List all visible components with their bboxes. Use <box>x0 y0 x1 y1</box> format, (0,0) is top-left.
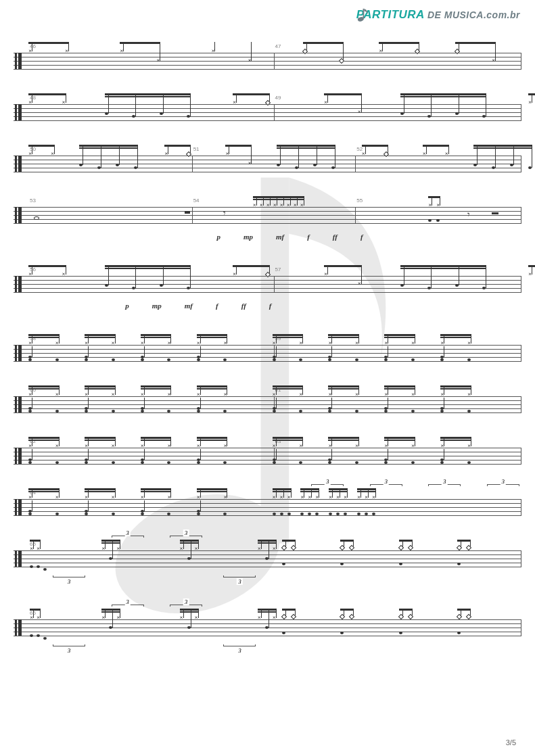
tuplet-bracket: 3 <box>170 605 202 607</box>
percussion-clef <box>15 550 22 567</box>
staff: 5657××××××pmpmfffff <box>14 264 521 296</box>
dynamics-row: pmpmfffff <box>216 233 363 241</box>
notes-area: ×××××××××××××××××××× <box>28 487 519 519</box>
notes-area: 𝄾××××××××××𝄾 <box>28 195 519 227</box>
notes-area: ×××××××× <box>28 41 519 73</box>
notes-area: ××××××××× <box>28 143 519 176</box>
tuplet-bracket: 3 <box>53 644 85 646</box>
tuplet-bracket: 3 <box>487 484 519 486</box>
staff: 64××××××××××××××××××××3333 <box>14 487 521 519</box>
tuplet-bracket: 3 <box>170 536 202 538</box>
tuplet-number: 3 <box>500 478 506 485</box>
tuplet-bracket: 3 <box>53 575 85 577</box>
staff-row: 4849×××××× <box>14 92 521 124</box>
dynamic-marking: mp <box>152 302 162 310</box>
tuplet-bracket: 3 <box>311 484 344 486</box>
percussion-clef <box>15 276 22 292</box>
brand-note-icon <box>356 7 370 22</box>
staff-row: 66××××××××3333 <box>14 607 521 640</box>
dynamic-marking: ff <box>241 302 246 310</box>
tuplet-number: 3 <box>124 598 131 605</box>
svg-rect-3 <box>363 9 364 19</box>
dynamic-marking: mf <box>276 233 284 241</box>
tuplet-number: 3 <box>237 647 243 654</box>
notes-area: ×××××××××××××××× <box>28 333 519 365</box>
percussion-clef <box>15 499 22 515</box>
staff-row: 64××××××××××××××××××××3333 <box>14 487 521 519</box>
tuplet-number: 3 <box>325 478 331 485</box>
tuplet-number: 3 <box>183 598 189 605</box>
staff: 6263×××××××××××××××× <box>14 435 521 468</box>
notes-area: ×××××× <box>28 92 519 124</box>
brand-logo[interactable]: PARTITURA DE MUSICA.com.br <box>356 8 520 22</box>
staff: 535455𝄾××××××××××𝄾pmpmfffff <box>14 195 521 227</box>
dynamic-marking: mp <box>243 233 253 241</box>
score-content: 4647××××××××4849××××××505152×××××××××535… <box>14 41 521 640</box>
percussion-clef <box>15 345 22 361</box>
staff-row: 65××××××××3333 <box>14 538 521 571</box>
dynamic-marking: f <box>269 302 272 310</box>
dynamics-row: pmpmfffff <box>125 302 271 310</box>
percussion-clef <box>15 156 22 172</box>
percussion-clef <box>15 207 22 223</box>
staff-row: 6263×××××××××××××××× <box>14 435 521 468</box>
dynamic-marking: p <box>125 302 129 310</box>
staff: 5859×××××××××××××××× <box>14 333 521 365</box>
percussion-clef <box>15 396 22 412</box>
tuplet-bracket: 3 <box>223 644 256 646</box>
dynamic-marking: f <box>307 233 310 241</box>
percussion-clef <box>15 53 22 69</box>
tuplet-number: 3 <box>183 529 189 536</box>
page-number: 3/5 <box>506 738 516 747</box>
staff: 4647×××××××× <box>14 41 521 73</box>
staff: 505152××××××××× <box>14 143 521 176</box>
brand-text-2: DE MUSICA.com.br <box>427 9 520 20</box>
staff-row: 505152××××××××× <box>14 143 521 176</box>
staff-row: 4647×××××××× <box>14 41 521 73</box>
staff: 4849×××××× <box>14 92 521 124</box>
staff-row: 6061×××××××××××××××× <box>14 384 521 417</box>
tuplet-number: 3 <box>66 578 72 585</box>
percussion-clef <box>15 619 22 636</box>
staff-row: 5859×××××××××××××××× <box>14 333 521 365</box>
percussion-clef <box>15 104 22 120</box>
tuplet-number: 3 <box>442 478 448 485</box>
tuplet-number: 3 <box>66 647 72 654</box>
dynamic-marking: f <box>216 302 218 310</box>
dynamic-marking: ff <box>333 233 338 241</box>
notes-area: ×××××××× <box>28 607 519 640</box>
tuplet-number: 3 <box>237 578 243 585</box>
dynamic-marking: f <box>360 233 363 241</box>
dynamic-marking: mf <box>185 302 193 310</box>
tuplet-number: 3 <box>124 529 131 536</box>
tuplet-bracket: 3 <box>428 484 461 486</box>
tuplet-bracket: 3 <box>112 605 144 607</box>
staff-row: 535455𝄾××××××××××𝄾pmpmfffff <box>14 195 521 227</box>
staff: 6061×××××××××××××××× <box>14 384 521 417</box>
notes-area: ×××××××× <box>28 538 519 571</box>
staff: 66××××××××3333 <box>14 607 521 640</box>
notes-area: ×××××× <box>28 264 519 296</box>
staff: 65××××××××3333 <box>14 538 521 571</box>
tuplet-bracket: 3 <box>370 484 402 486</box>
staff-row: 5657××××××pmpmfffff <box>14 264 521 296</box>
percussion-clef <box>15 448 22 464</box>
dynamic-marking: p <box>216 233 220 241</box>
tuplet-bracket: 3 <box>223 575 256 577</box>
notes-area: ×××××××××××××××× <box>28 435 519 468</box>
tuplet-number: 3 <box>383 478 389 485</box>
tuplet-bracket: 3 <box>112 536 144 538</box>
notes-area: ×××××××××××××××× <box>28 384 519 417</box>
